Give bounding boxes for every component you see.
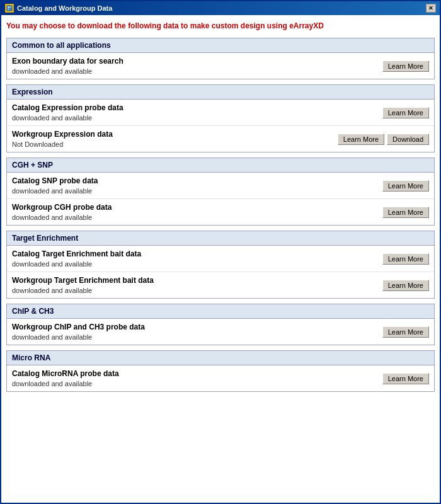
- top-message: You may choose to download the following…: [6, 20, 435, 32]
- section-header-expression: Expression: [7, 85, 434, 100]
- learn-more-button-workgroup-chip[interactable]: Learn More: [382, 326, 429, 338]
- section-body-cgh-snp: Catalog SNP probe datadownloaded and ava…: [7, 173, 434, 225]
- row-buttons-catalog-target: Learn More: [382, 253, 429, 265]
- section-chip-ch3: ChIP & CH3Workgroup ChIP and CH3 probe d…: [6, 304, 435, 345]
- row-title-exon-boundary: Exon boundary data for search: [12, 57, 376, 66]
- row-workgroup-chip: Workgroup ChIP and CH3 probe datadownloa…: [7, 319, 434, 345]
- row-status-workgroup-expression: Not Downloaded: [12, 140, 331, 148]
- section-expression: ExpressionCatalog Expression probe datad…: [6, 84, 435, 152]
- row-info-catalog-expression: Catalog Expression probe datadownloaded …: [12, 103, 376, 122]
- section-body-expression: Catalog Expression probe datadownloaded …: [7, 100, 434, 152]
- section-micro-rna: Micro RNACatalog MicroRNA probe datadown…: [6, 350, 435, 392]
- row-exon-boundary: Exon boundary data for searchdownloaded …: [7, 53, 434, 79]
- row-title-catalog-expression: Catalog Expression probe data: [12, 103, 376, 112]
- row-title-catalog-mirna: Catalog MicroRNA probe data: [12, 369, 376, 378]
- learn-more-button-catalog-expression[interactable]: Learn More: [382, 107, 429, 118]
- row-buttons-exon-boundary: Learn More: [382, 60, 429, 72]
- row-status-exon-boundary: downloaded and available: [12, 67, 376, 75]
- section-header-common: Common to all applications: [7, 38, 434, 53]
- section-common: Common to all applicationsExon boundary …: [6, 38, 435, 79]
- row-catalog-expression: Catalog Expression probe datadownloaded …: [7, 100, 434, 126]
- row-buttons-workgroup-chip: Learn More: [382, 326, 429, 338]
- row-buttons-workgroup-cgh: Learn More: [382, 207, 429, 218]
- main-window: Catalog and Workgroup Data ✕ You may cho…: [0, 0, 441, 504]
- download-button-workgroup-expression[interactable]: Download: [387, 134, 429, 145]
- section-cgh-snp: CGH + SNPCatalog SNP probe datadownloade…: [6, 158, 435, 226]
- section-body-common: Exon boundary data for searchdownloaded …: [7, 53, 434, 79]
- row-info-catalog-snp: Catalog SNP probe datadownloaded and ava…: [12, 176, 376, 195]
- row-info-workgroup-expression: Workgroup Expression dataNot Downloaded: [12, 130, 331, 148]
- title-bar: Catalog and Workgroup Data ✕: [1, 1, 440, 15]
- row-buttons-workgroup-target: Learn More: [382, 280, 429, 291]
- learn-more-button-workgroup-cgh[interactable]: Learn More: [382, 207, 429, 218]
- row-buttons-catalog-expression: Learn More: [382, 107, 429, 118]
- learn-more-button-catalog-mirna[interactable]: Learn More: [382, 373, 429, 384]
- row-buttons-catalog-snp: Learn More: [382, 180, 429, 192]
- row-info-exon-boundary: Exon boundary data for searchdownloaded …: [12, 57, 376, 75]
- section-header-micro-rna: Micro RNA: [7, 351, 434, 365]
- svg-rect-1: [8, 6, 9, 8]
- row-info-workgroup-cgh: Workgroup CGH probe datadownloaded and a…: [12, 203, 376, 221]
- learn-more-button-workgroup-target[interactable]: Learn More: [382, 280, 429, 291]
- row-title-catalog-snp: Catalog SNP probe data: [12, 176, 376, 185]
- main-content: You may choose to download the following…: [1, 15, 440, 503]
- row-title-workgroup-expression: Workgroup Expression data: [12, 130, 331, 139]
- row-catalog-mirna: Catalog MicroRNA probe datadownloaded an…: [7, 365, 434, 391]
- row-status-workgroup-chip: downloaded and available: [12, 333, 376, 341]
- row-status-workgroup-target: downloaded and available: [12, 287, 376, 294]
- row-workgroup-cgh: Workgroup CGH probe datadownloaded and a…: [7, 199, 434, 225]
- row-status-catalog-target: downloaded and available: [12, 260, 376, 268]
- section-target-enrichment: Target EnrichmentCatalog Target Enrichme…: [6, 231, 435, 299]
- learn-more-button-catalog-target[interactable]: Learn More: [382, 253, 429, 265]
- window-icon: [5, 4, 14, 13]
- section-body-chip-ch3: Workgroup ChIP and CH3 probe datadownloa…: [7, 319, 434, 345]
- row-title-workgroup-chip: Workgroup ChIP and CH3 probe data: [12, 323, 376, 331]
- row-status-catalog-mirna: downloaded and available: [12, 380, 376, 387]
- close-button[interactable]: ✕: [426, 4, 436, 13]
- row-catalog-target: Catalog Target Enrichment bait datadownl…: [7, 246, 434, 272]
- section-header-chip-ch3: ChIP & CH3: [7, 304, 434, 319]
- learn-more-button-workgroup-expression[interactable]: Learn More: [338, 134, 384, 145]
- section-header-cgh-snp: CGH + SNP: [7, 158, 434, 173]
- row-buttons-workgroup-expression: Learn MoreDownload: [338, 134, 429, 145]
- learn-more-button-exon-boundary[interactable]: Learn More: [382, 60, 429, 72]
- row-title-workgroup-target: Workgroup Target Enrichment bait data: [12, 276, 376, 285]
- section-body-target-enrichment: Catalog Target Enrichment bait datadownl…: [7, 246, 434, 298]
- row-workgroup-expression: Workgroup Expression dataNot DownloadedL…: [7, 126, 434, 152]
- row-info-catalog-target: Catalog Target Enrichment bait datadownl…: [12, 249, 376, 268]
- row-title-workgroup-cgh: Workgroup CGH probe data: [12, 203, 376, 212]
- row-info-workgroup-target: Workgroup Target Enrichment bait datadow…: [12, 276, 376, 294]
- row-workgroup-target: Workgroup Target Enrichment bait datadow…: [7, 272, 434, 298]
- title-bar-left: Catalog and Workgroup Data: [5, 4, 112, 13]
- row-status-catalog-snp: downloaded and available: [12, 187, 376, 195]
- section-body-micro-rna: Catalog MicroRNA probe datadownloaded an…: [7, 365, 434, 391]
- row-catalog-snp: Catalog SNP probe datadownloaded and ava…: [7, 173, 434, 199]
- row-buttons-catalog-mirna: Learn More: [382, 373, 429, 384]
- row-info-workgroup-chip: Workgroup ChIP and CH3 probe datadownloa…: [12, 323, 376, 341]
- section-header-target-enrichment: Target Enrichment: [7, 231, 434, 246]
- row-status-workgroup-cgh: downloaded and available: [12, 214, 376, 221]
- row-status-catalog-expression: downloaded and available: [12, 114, 376, 122]
- learn-more-button-catalog-snp[interactable]: Learn More: [382, 180, 429, 192]
- svg-rect-3: [8, 9, 9, 10]
- row-info-catalog-mirna: Catalog MicroRNA probe datadownloaded an…: [12, 369, 376, 387]
- sections-container: Common to all applicationsExon boundary …: [6, 38, 435, 392]
- row-title-catalog-target: Catalog Target Enrichment bait data: [12, 249, 376, 258]
- window-title: Catalog and Workgroup Data: [17, 4, 112, 12]
- svg-rect-2: [10, 6, 11, 8]
